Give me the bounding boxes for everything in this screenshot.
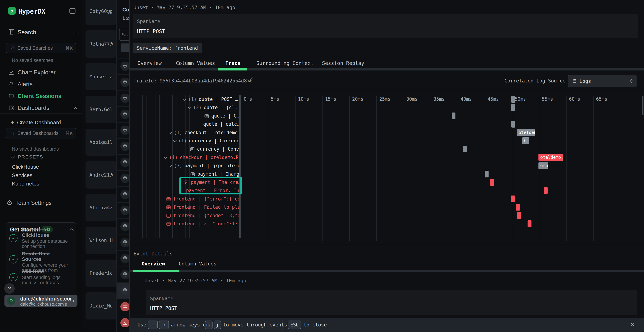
- session-list-item[interactable]: Wilson_H: [86, 227, 116, 254]
- trace-span-bar[interactable]: [463, 146, 467, 152]
- sidebar-item-preset-services[interactable]: Services: [12, 172, 32, 178]
- trace-span-bar[interactable]: [511, 104, 515, 111]
- chevron-down-icon[interactable]: [168, 163, 172, 167]
- trace-row[interactable]: (2)quote | {cl…: [129, 104, 239, 112]
- chevron-down-icon[interactable]: [168, 130, 172, 134]
- trace-span-bar[interactable]: C: [522, 138, 529, 144]
- saved-searches-input[interactable]: [17, 45, 59, 51]
- trace-span-bar[interactable]: [528, 220, 531, 227]
- sidebar-item-search[interactable]: Search: [18, 29, 36, 36]
- pin-icon[interactable]: [120, 270, 130, 279]
- tab-trace[interactable]: Trace: [226, 60, 240, 66]
- strip-button[interactable]: [120, 44, 130, 52]
- trace-row[interactable]: frontend | {"error":{"code…: [129, 195, 239, 203]
- chevron-down-icon[interactable]: [164, 155, 168, 159]
- trace-row[interactable]: (1)currency | Currenc…: [129, 137, 239, 145]
- trace-row[interactable]: (1)checkout | oteldemo.Pa…: [129, 153, 239, 162]
- trace-row[interactable]: (1)quote | POST …: [129, 95, 239, 104]
- trace-span-bar[interactable]: [544, 187, 548, 194]
- trace-row[interactable]: frontend | Failed to place…: [129, 203, 239, 211]
- trace-span-bar[interactable]: oteldemo.: [538, 154, 563, 161]
- session-list-item[interactable]: Retha77@: [86, 30, 116, 58]
- session-list-item[interactable]: Monserra: [86, 63, 116, 90]
- chevron-down-icon[interactable]: [173, 138, 177, 142]
- sidebar-item-chart-explorer[interactable]: Chart Explorer: [18, 69, 56, 76]
- session-list-item[interactable]: Beth.Gol: [86, 96, 116, 123]
- trace-span-bar[interactable]: [511, 96, 515, 103]
- get-started-item[interactable]: Add DataStart sending logs,metrics, or t…: [22, 269, 70, 285]
- pin-icon[interactable]: [120, 206, 130, 215]
- pin-icon[interactable]: [120, 174, 130, 183]
- trace-row[interactable]: currency | Conv…: [129, 145, 239, 153]
- tree-scrollbar[interactable]: [239, 95, 241, 238]
- trace-span-bar[interactable]: [511, 121, 515, 128]
- saved-dashboards-box[interactable]: ⌘K: [6, 128, 76, 138]
- swap-icon[interactable]: [120, 302, 130, 311]
- pin-icon[interactable]: [120, 110, 130, 119]
- session-list-item[interactable]: Dixie_Mc: [86, 292, 116, 320]
- pin-icon[interactable]: [120, 286, 130, 295]
- sidebar-item-preset-kubernetes[interactable]: Kubernetes: [12, 181, 39, 187]
- saved-searches-box[interactable]: ⌘K: [6, 43, 76, 53]
- trace-row[interactable]: quote | calc…: [129, 120, 239, 128]
- trace-row-label: quote | C…: [211, 113, 239, 118]
- trace-span-bar[interactable]: [517, 212, 521, 219]
- session-list-item[interactable]: Andre21@: [86, 161, 116, 188]
- help-button[interactable]: ?: [4, 283, 15, 294]
- pin-icon[interactable]: [120, 222, 130, 231]
- trace-row[interactable]: frontend | × {"code":13,"d…: [129, 220, 239, 228]
- tab-column-values[interactable]: Column Values: [176, 60, 215, 66]
- sidebar-collapse-icon[interactable]: [69, 8, 76, 14]
- sidebar-item-team-settings[interactable]: ⚙ Team Settings: [6, 199, 52, 207]
- pin-icon[interactable]: [120, 126, 130, 135]
- trace-span-bar[interactable]: [485, 171, 488, 178]
- saved-dashboards-input[interactable]: [17, 130, 59, 136]
- trace-row[interactable]: frontend | {"code":13,"det…: [129, 212, 239, 220]
- create-dashboard-button[interactable]: + Create Dashboard: [11, 119, 61, 126]
- trace-row[interactable]: (3)payment | grpc.oteld…: [129, 162, 239, 170]
- tab-overview[interactable]: Overview: [138, 60, 162, 66]
- tab-session-replay[interactable]: Session Replay: [322, 60, 364, 66]
- trace-span-bar[interactable]: [511, 196, 515, 202]
- pin-icon[interactable]: [120, 94, 130, 103]
- sidebar-item-dashboards[interactable]: Dashboards: [18, 104, 49, 111]
- service-name-chip[interactable]: ServiceName: frontend: [133, 43, 202, 53]
- tab-surrounding-context[interactable]: Surrounding Context: [256, 60, 314, 66]
- strip-search-box[interactable]: Sea: [119, 28, 130, 41]
- session-list-item[interactable]: Abbigail: [86, 128, 116, 156]
- close-icon[interactable]: ×: [630, 320, 635, 329]
- pin-icon[interactable]: [120, 238, 130, 247]
- pin-icon[interactable]: [120, 78, 130, 87]
- presets-toggle[interactable]: PRESETS: [11, 154, 43, 160]
- sidebar-item-alerts[interactable]: Alerts: [18, 81, 32, 88]
- pin-icon[interactable]: [120, 190, 130, 199]
- log-source-select[interactable]: Logs: [568, 75, 636, 87]
- event-tab-overview[interactable]: Overview: [142, 261, 165, 266]
- session-list-item[interactable]: Frederic: [86, 260, 116, 287]
- trace-span-bar[interactable]: [452, 112, 456, 119]
- session-list-item[interactable]: Coty60@g: [86, 0, 116, 25]
- get-started-item[interactable]: Connect toClickHouseSet up your database…: [22, 227, 70, 249]
- trace-span-bar[interactable]: grpc: [538, 162, 548, 169]
- search-collapse-icon[interactable]: [74, 32, 78, 36]
- chevron-down-icon[interactable]: [188, 105, 192, 109]
- pin-icon[interactable]: [120, 254, 130, 263]
- trace-row[interactable]: quote | C…: [129, 112, 239, 120]
- pin-icon[interactable]: [120, 62, 130, 71]
- trace-row[interactable]: (1)checkout | oteldemo.…: [129, 128, 239, 137]
- event-tab-column-values[interactable]: Column Values: [179, 261, 216, 266]
- chevron-down-icon[interactable]: [183, 97, 187, 101]
- session-list-item[interactable]: Alicia42: [86, 194, 116, 221]
- drawer-scrollbar[interactable]: [642, 96, 644, 116]
- pin-icon[interactable]: [120, 158, 130, 167]
- user-chip[interactable]: D dale@clickhouse.com dale@clickhouse.co…: [4, 295, 78, 306]
- trace-span-bar[interactable]: oteldemo.: [517, 129, 535, 136]
- edit-icon[interactable]: [249, 77, 254, 82]
- chevron-up-icon[interactable]: [74, 107, 78, 111]
- trace-span-bar[interactable]: [516, 204, 520, 210]
- pin-icon[interactable]: [120, 142, 130, 151]
- sidebar-item-preset-clickhouse[interactable]: ClickHouse: [12, 164, 39, 170]
- trace-span-bar[interactable]: [490, 179, 494, 186]
- sidebar-item-client-sessions[interactable]: Client Sessions: [18, 93, 62, 100]
- terminal-icon[interactable]: [120, 318, 130, 327]
